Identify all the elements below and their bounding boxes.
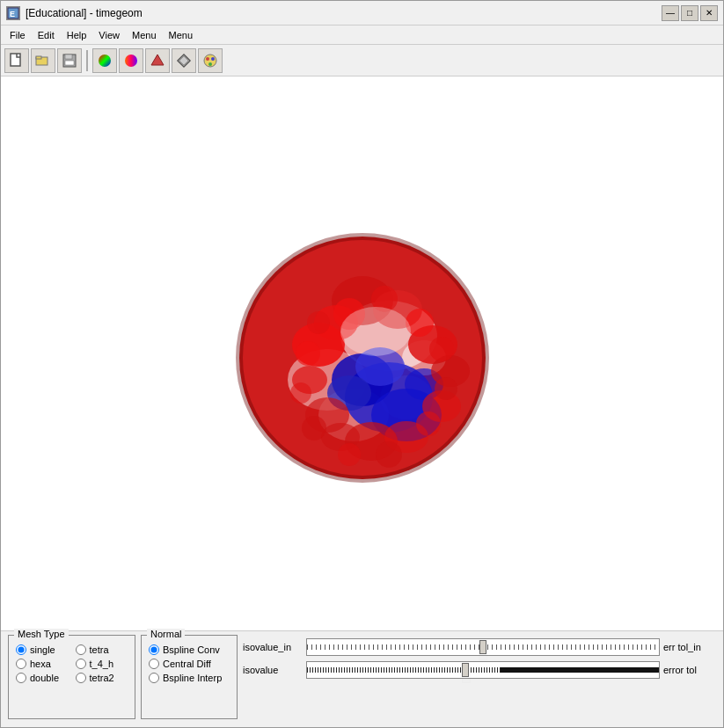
svg-point-50: [302, 416, 326, 440]
normal-bspline-conv[interactable]: Bspline Conv: [149, 644, 230, 655]
mesh-tetra2-label: tetra2: [90, 673, 114, 683]
isovalue-in-label: isovalue_in: [243, 642, 303, 652]
app-icon: E: [6, 6, 20, 20]
3d-visualization: [213, 204, 512, 503]
svg-point-49: [338, 443, 361, 466]
close-button[interactable]: ✕: [700, 5, 718, 21]
svg-point-55: [340, 307, 411, 356]
menu-bar: File Edit Help View Menu Menu: [1, 25, 723, 45]
shape-button[interactable]: [145, 48, 170, 73]
mesh-tetra[interactable]: tetra: [76, 644, 128, 655]
isovalue-track[interactable]: [306, 661, 660, 679]
toolbar: [1, 45, 723, 76]
normal-bspline-conv-label: Bspline Conv: [163, 644, 220, 655]
normal-central-diff[interactable]: Central Diff: [149, 659, 230, 669]
mesh-t4h-label: t_4_h: [90, 659, 114, 669]
error-tol-label: error tol: [663, 665, 716, 675]
svg-point-45: [429, 337, 454, 361]
svg-point-47: [416, 411, 441, 436]
err-tol-in-label: err tol_in: [663, 642, 716, 652]
isovalue-in-slider[interactable]: [307, 639, 659, 655]
menu-file[interactable]: File: [4, 28, 31, 42]
svg-point-52: [296, 341, 320, 366]
svg-point-16: [208, 62, 212, 66]
svg-marker-10: [151, 55, 164, 65]
mesh-tetra-label: tetra: [90, 644, 109, 655]
mesh-single-label: single: [30, 644, 55, 655]
mesh-t4h[interactable]: t_4_h: [76, 659, 128, 669]
shape2-button[interactable]: [172, 48, 196, 73]
palette-button[interactable]: [198, 48, 223, 73]
svg-rect-8: [99, 55, 111, 67]
normal-bspline-interp-label: Bspline Interp: [163, 673, 222, 683]
svg-point-15: [211, 57, 215, 61]
main-window: E [Educational] - timegeom — □ ✕ File Ed…: [0, 0, 724, 728]
isovalue-label: isovalue: [243, 665, 303, 675]
normal-bspline-interp-radio[interactable]: [149, 673, 159, 683]
sliders-group: isovalue_in err tol_in isovalue: [243, 637, 716, 679]
svg-text:E: E: [10, 10, 15, 18]
menu-menu2[interactable]: Menu: [164, 28, 199, 42]
mesh-type-legend: Mesh Type: [14, 629, 69, 639]
mesh-tetra-radio[interactable]: [76, 644, 86, 655]
menu-edit[interactable]: Edit: [33, 28, 60, 42]
mesh-hexa-radio[interactable]: [16, 659, 26, 669]
controls-main: Mesh Type single tetra hexa: [8, 635, 716, 724]
mesh-double[interactable]: double: [16, 673, 69, 683]
normal-bspline-interp[interactable]: Bspline Interp: [149, 673, 230, 683]
svg-rect-4: [36, 56, 41, 59]
normal-central-diff-label: Central Diff: [163, 659, 211, 669]
isovalue-row: isovalue error tol: [243, 661, 716, 679]
svg-rect-2: [11, 54, 20, 66]
svg-point-48: [376, 441, 402, 468]
mesh-t4h-radio[interactable]: [76, 659, 86, 669]
isovalue-slider-input[interactable]: [307, 662, 659, 678]
menu-menu1[interactable]: Menu: [127, 28, 162, 42]
mesh-double-radio[interactable]: [16, 673, 26, 683]
save-button[interactable]: [57, 48, 82, 73]
svg-rect-6: [65, 55, 72, 59]
mesh-tetra2-radio[interactable]: [76, 673, 86, 683]
svg-rect-7: [65, 61, 74, 65]
minimize-button[interactable]: —: [662, 5, 679, 21]
controls-panel: Mesh Type single tetra hexa: [1, 630, 723, 727]
title-bar-left: E [Educational] - timegeom: [6, 6, 143, 20]
normal-central-diff-radio[interactable]: [149, 659, 159, 669]
mesh-type-group: Mesh Type single tetra hexa: [8, 635, 135, 719]
open-button[interactable]: [31, 48, 55, 73]
color1-button[interactable]: [92, 48, 117, 73]
isovalue-in-track[interactable]: [306, 638, 660, 656]
svg-point-51: [290, 382, 311, 404]
new-button[interactable]: [4, 48, 29, 73]
title-bar-controls: — □ ✕: [662, 5, 718, 21]
mesh-double-label: double: [30, 673, 59, 683]
svg-point-14: [206, 57, 209, 61]
mesh-hexa[interactable]: hexa: [16, 659, 69, 669]
normal-options: Bspline Conv Central Diff Bspline Interp: [149, 644, 230, 683]
toolbar-sep-1: [86, 50, 88, 71]
color2-button[interactable]: [119, 48, 143, 73]
normal-bspline-conv-radio[interactable]: [149, 644, 159, 655]
mesh-hexa-label: hexa: [30, 659, 51, 669]
normal-legend: Normal: [147, 629, 185, 639]
svg-point-53: [307, 311, 330, 334]
svg-point-46: [435, 377, 457, 400]
mesh-single-radio[interactable]: [16, 644, 26, 655]
menu-help[interactable]: Help: [62, 28, 92, 42]
viewport[interactable]: [1, 76, 723, 630]
mesh-type-options: single tetra hexa t_4_h: [16, 644, 128, 683]
mesh-single[interactable]: single: [16, 644, 69, 655]
normal-group: Normal Bspline Conv Central Diff: [141, 635, 238, 719]
maximize-button[interactable]: □: [681, 5, 698, 21]
title-bar: E [Educational] - timegeom — □ ✕: [1, 1, 723, 25]
svg-rect-9: [125, 55, 137, 67]
isovalue-in-row: isovalue_in err tol_in: [243, 638, 716, 656]
mesh-tetra2[interactable]: tetra2: [76, 673, 128, 683]
window-title: [Educational] - timegeom: [26, 7, 143, 19]
menu-view[interactable]: View: [93, 28, 125, 42]
